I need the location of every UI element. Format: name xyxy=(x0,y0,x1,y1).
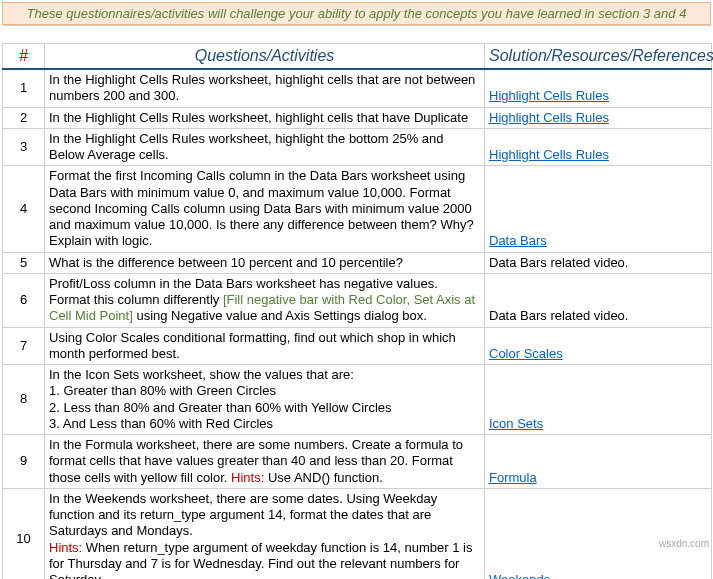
question-text: Using Color Scales conditional formattin… xyxy=(49,330,456,361)
reference-cell: Highlight Cells Rules xyxy=(485,107,712,128)
table-row: 7Using Color Scales conditional formatti… xyxy=(3,327,712,365)
table-row: 4Format the first Incoming Calls column … xyxy=(3,166,712,252)
row-number: 6 xyxy=(3,273,45,327)
row-number: 9 xyxy=(3,435,45,489)
instruction-banner: These questionnaires/activities will cha… xyxy=(2,2,711,25)
reference-cell: Data Bars xyxy=(485,166,712,252)
reference-link[interactable]: Data Bars xyxy=(489,233,547,248)
reference-link[interactable]: Weekends xyxy=(489,572,550,579)
question-text: What is the difference between 10 percen… xyxy=(49,255,403,270)
row-number: 1 xyxy=(3,69,45,107)
row-number: 2 xyxy=(3,107,45,128)
reference-link[interactable]: Highlight Cells Rules xyxy=(489,110,609,125)
question-text: In the Highlight Cells Rules worksheet, … xyxy=(49,131,444,162)
row-number: 4 xyxy=(3,166,45,252)
question-cell: In the Highlight Cells Rules worksheet, … xyxy=(45,69,485,107)
question-cell: Format the first Incoming Calls column i… xyxy=(45,166,485,252)
row-number: 8 xyxy=(3,365,45,435)
reference-cell: Data Bars related video. xyxy=(485,252,712,273)
reference-link[interactable]: Highlight Cells Rules xyxy=(489,88,609,103)
reference-cell: Data Bars related video. xyxy=(485,273,712,327)
reference-cell: Icon Sets xyxy=(485,365,712,435)
table-row: 8In the Icon Sets worksheet, show the va… xyxy=(3,365,712,435)
question-text: Format the first Incoming Calls column i… xyxy=(49,168,474,248)
question-cell: Using Color Scales conditional formattin… xyxy=(45,327,485,365)
question-cell: In the Icon Sets worksheet, show the val… xyxy=(45,365,485,435)
header-questions: Questions/Activities xyxy=(45,44,485,70)
question-cell: In the Highlight Cells Rules worksheet, … xyxy=(45,107,485,128)
reference-link[interactable]: Color Scales xyxy=(489,346,563,361)
questions-table: # Questions/Activities Solution/Resource… xyxy=(2,25,712,579)
reference-cell: Color Scales xyxy=(485,327,712,365)
question-cell: In the Weekends worksheet, there are som… xyxy=(45,488,485,579)
table-row: 1In the Highlight Cells Rules worksheet,… xyxy=(3,69,712,107)
table-row: 6Profit/Loss column in the Data Bars wor… xyxy=(3,273,712,327)
hint-label: Hints: xyxy=(49,540,82,555)
table-row: 5What is the difference between 10 perce… xyxy=(3,252,712,273)
question-text: In the Icon Sets worksheet, show the val… xyxy=(49,367,392,431)
question-text: In the Highlight Cells Rules worksheet, … xyxy=(49,72,475,103)
reference-cell: Highlight Cells Rules xyxy=(485,128,712,166)
row-number: 3 xyxy=(3,128,45,166)
table-row: 9In the Formula worksheet, there are som… xyxy=(3,435,712,489)
reference-link[interactable]: Formula xyxy=(489,470,537,485)
reference-cell: Formula xyxy=(485,435,712,489)
table-row: 3In the Highlight Cells Rules worksheet,… xyxy=(3,128,712,166)
reference-text: Data Bars related video. xyxy=(489,255,628,270)
question-text: When return_type argument of weekday fun… xyxy=(49,540,472,580)
row-number: 5 xyxy=(3,252,45,273)
row-number: 7 xyxy=(3,327,45,365)
question-text: In the Weekends worksheet, there are som… xyxy=(49,491,437,539)
row-number: 10 xyxy=(3,488,45,579)
question-cell: Profit/Loss column in the Data Bars work… xyxy=(45,273,485,327)
reference-text: Data Bars related video. xyxy=(489,308,628,323)
header-row: # Questions/Activities Solution/Resource… xyxy=(3,44,712,70)
header-references: Solution/Resources/References xyxy=(485,44,712,70)
reference-link[interactable]: Icon Sets xyxy=(489,416,543,431)
table-row: 2In the Highlight Cells Rules worksheet,… xyxy=(3,107,712,128)
reference-cell: Weekends xyxy=(485,488,712,579)
hint-label: Hints: xyxy=(231,470,264,485)
question-cell: What is the difference between 10 percen… xyxy=(45,252,485,273)
table-row: 10In the Weekends worksheet, there are s… xyxy=(3,488,712,579)
question-cell: In the Highlight Cells Rules worksheet, … xyxy=(45,128,485,166)
question-text: Use AND() function. xyxy=(264,470,383,485)
reference-link[interactable]: Highlight Cells Rules xyxy=(489,147,609,162)
reference-cell: Highlight Cells Rules xyxy=(485,69,712,107)
header-num: # xyxy=(3,44,45,70)
question-text: using Negative value and Axis Settings d… xyxy=(133,308,427,323)
question-cell: In the Formula worksheet, there are some… xyxy=(45,435,485,489)
question-text: In the Highlight Cells Rules worksheet, … xyxy=(49,110,468,125)
